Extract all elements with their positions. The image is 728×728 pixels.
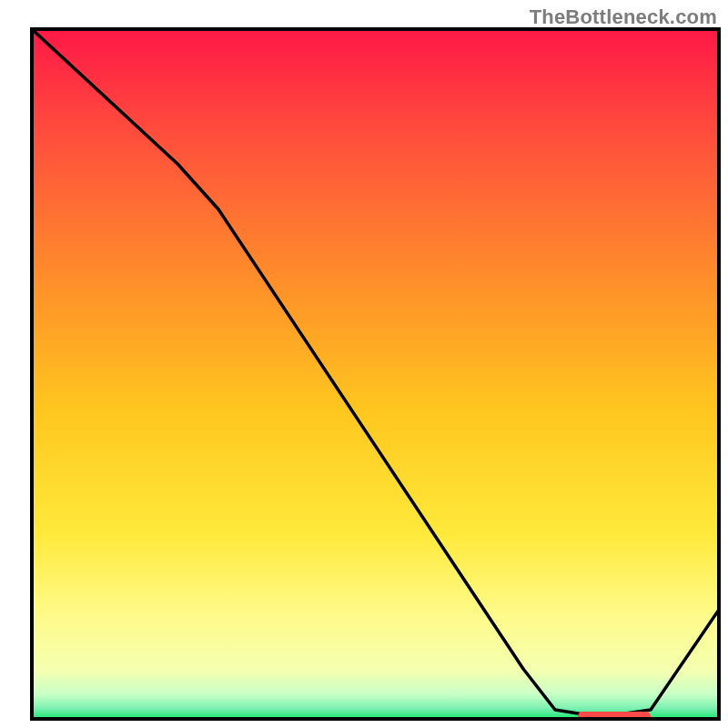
chart-container: TheBottleneck.com <box>0 0 728 728</box>
background-gradient <box>32 29 719 719</box>
bottleneck-chart <box>0 0 728 728</box>
